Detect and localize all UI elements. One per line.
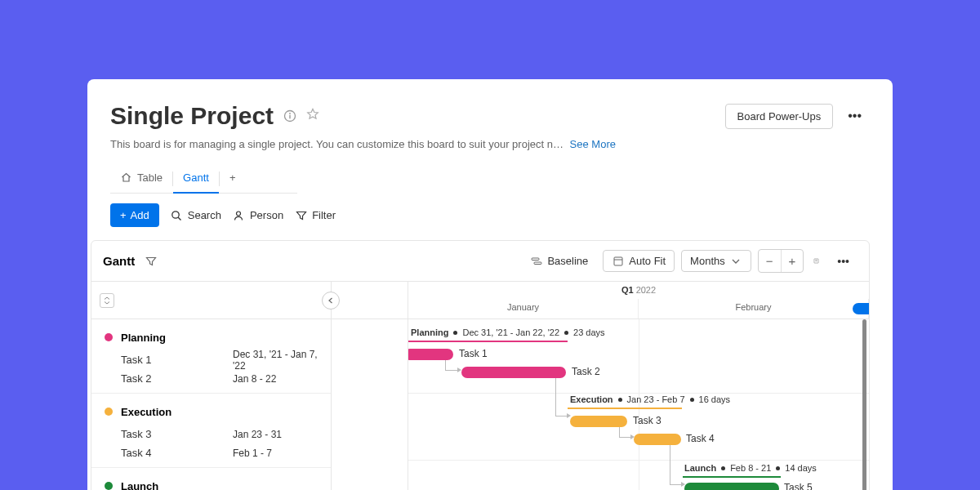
autofit-label: Auto Fit [629, 255, 666, 267]
month-february: February [639, 299, 869, 318]
task-row[interactable]: Task 2 [91, 369, 233, 388]
board-more-icon[interactable]: ••• [840, 104, 870, 128]
person-button[interactable]: Person [233, 206, 283, 225]
add-button[interactable]: + Add [110, 203, 159, 227]
svg-point-5 [237, 212, 241, 216]
group-name: Planning [121, 332, 166, 344]
person-icon [233, 209, 245, 221]
collapse-panel-button[interactable] [322, 292, 340, 310]
group-summary-label: LaunchFeb 8 - 2114 days [684, 463, 817, 473]
group-execution: Execution Task 3 Task 4 Jan 23 - 31 Feb … [91, 394, 331, 468]
search-button[interactable]: Search [171, 206, 221, 225]
board-title: Single Project [110, 102, 274, 130]
filter-button[interactable]: Filter [295, 206, 336, 225]
board-description-text: This board is for managing a single proj… [110, 138, 564, 150]
group-summary-label: ExecutionJan 23 - Feb 716 days [570, 394, 730, 404]
task-dates: Jan 23 - 31 [233, 425, 331, 443]
gantt-filter-icon[interactable] [145, 255, 157, 267]
group-summary-label: PlanningDec 31, '21 - Jan 22, '2223 days [411, 327, 605, 337]
board-header: Single Project Board Power-Ups ••• This … [87, 79, 893, 194]
svg-rect-7 [534, 262, 541, 265]
group-header[interactable]: Execution [91, 399, 331, 425]
collapse-all-button[interactable] [100, 293, 114, 308]
task-row[interactable]: Task 3 [91, 425, 233, 443]
svg-rect-2 [289, 115, 290, 119]
timeline-column[interactable]: Q1 2022 January February PlanningDec 31,… [408, 282, 869, 490]
group-underline [408, 341, 568, 342]
task-row[interactable]: Task 1 [91, 350, 233, 369]
gantt-more-icon[interactable]: ••• [829, 250, 858, 273]
timeline-area[interactable]: PlanningDec 31, '21 - Jan 22, '2223 days… [408, 319, 869, 490]
svg-point-3 [172, 211, 179, 217]
task-dates: Feb 1 - 7 [233, 443, 331, 462]
group-header[interactable]: Launch [91, 473, 331, 490]
gantt-body: Planning Task 1 Task 2 Dec 31, '21 - Jan… [91, 281, 869, 490]
group-underline [683, 476, 781, 478]
board-toolbar: + Add Search Person Filter [87, 194, 893, 237]
scrollbar[interactable] [862, 319, 866, 490]
group-underline [568, 408, 682, 409]
search-label: Search [188, 209, 221, 221]
task-dates: Dec 31, '21 - Jan 7, '22 [233, 350, 331, 369]
task-row[interactable]: Task 4 [91, 443, 233, 462]
see-more-link[interactable]: See More [570, 138, 616, 150]
timescale-label: Months [690, 255, 725, 267]
group-launch: Launch Task 5 Feb 8 - 21 [91, 468, 331, 490]
home-icon [120, 172, 132, 184]
task-bar[interactable] [570, 416, 627, 427]
board-powerups-button[interactable]: Board Power-Ups [725, 104, 834, 129]
svg-line-4 [178, 217, 180, 220]
export-icon[interactable] [810, 255, 822, 267]
info-icon[interactable] [283, 109, 296, 122]
group-color-dot [105, 408, 113, 416]
add-view-button[interactable]: + [220, 163, 246, 194]
task-bar-label: Task 1 [459, 348, 488, 359]
baseline-icon [530, 255, 542, 267]
autofit-icon [612, 255, 624, 267]
task-bar[interactable] [634, 434, 681, 445]
task-bar[interactable] [408, 349, 453, 360]
favorite-icon[interactable] [306, 108, 319, 124]
baseline-label: Baseline [547, 255, 588, 267]
task-bar[interactable] [461, 367, 566, 378]
svg-point-1 [289, 113, 291, 114]
task-bar[interactable] [684, 483, 779, 490]
task-bar-label: Task 2 [572, 366, 600, 377]
svg-rect-8 [614, 257, 622, 265]
task-dates: Jan 8 - 22 [233, 369, 331, 388]
baseline-button[interactable]: Baseline [522, 251, 596, 271]
group-name: Launch [121, 480, 158, 491]
board-description: This board is for managing a single proj… [110, 138, 870, 150]
tab-table[interactable]: Table [110, 163, 172, 194]
svg-rect-6 [532, 258, 539, 261]
group-color-dot [105, 333, 113, 341]
search-icon [171, 209, 183, 221]
zoom-controls: − + [758, 249, 804, 273]
gantt-header: Gantt Baseline Auto Fit Months − + [91, 241, 869, 281]
tab-table-label: Table [137, 172, 163, 184]
timeline-header: Q1 2022 January February [408, 282, 869, 319]
zoom-out-button[interactable]: − [759, 250, 782, 272]
group-header[interactable]: Planning [91, 324, 331, 350]
plus-icon: + [120, 209, 127, 221]
month-january: January [408, 299, 639, 318]
autofit-button[interactable]: Auto Fit [603, 250, 675, 272]
person-label: Person [250, 209, 283, 221]
chevron-down-icon [730, 255, 742, 267]
quarter-label: Q1 2022 [408, 285, 869, 295]
task-list-column: Planning Task 1 Task 2 Dec 31, '21 - Jan… [91, 282, 332, 490]
tab-gantt[interactable]: Gantt [173, 163, 219, 194]
group-name: Execution [121, 406, 172, 418]
gantt-title: Gantt [103, 254, 135, 268]
group-planning: Planning Task 1 Task 2 Dec 31, '21 - Jan… [91, 319, 331, 394]
gantt-widget: Gantt Baseline Auto Fit Months − + [91, 240, 870, 490]
tab-gantt-label: Gantt [183, 172, 209, 184]
timescale-select[interactable]: Months [681, 250, 751, 272]
filter-icon [295, 209, 307, 221]
add-button-label: Add [131, 209, 149, 221]
today-indicator [853, 303, 869, 314]
zoom-in-button[interactable]: + [782, 250, 804, 272]
task-bar-label: Task 3 [633, 415, 662, 426]
app-panel: Single Project Board Power-Ups ••• This … [87, 79, 893, 490]
task-bar-label: Task 4 [686, 433, 715, 444]
